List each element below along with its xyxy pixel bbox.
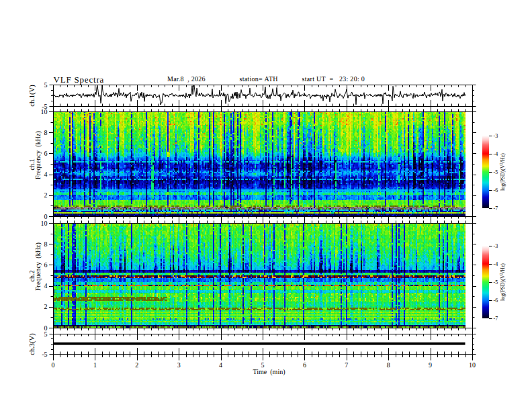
svg-text:-4: -4 — [494, 151, 498, 157]
svg-text:Frequency (kHz): Frequency (kHz) — [34, 131, 42, 179]
svg-text:6: 6 — [303, 361, 306, 369]
svg-text:Mar.8 , 2026: Mar.8 , 2026 — [167, 75, 206, 83]
svg-text:7: 7 — [345, 361, 348, 369]
svg-text:station= ATH: station= ATH — [240, 75, 278, 83]
svg-text:4: 4 — [219, 361, 222, 369]
svg-text:start UT = 23: 20: 0: start UT = 23: 20: 0 — [302, 75, 365, 83]
svg-text:log(PSD)(V2/Hz): log(PSD)(V2/Hz) — [499, 263, 506, 301]
svg-text:ch.3(V): ch.3(V) — [28, 333, 36, 355]
svg-text:10: 10 — [41, 220, 48, 227]
svg-text:-3: -3 — [494, 133, 498, 139]
svg-text:-7: -7 — [494, 316, 498, 322]
svg-text:-4: -4 — [494, 261, 498, 267]
svg-text:5: 5 — [44, 81, 48, 89]
svg-text:Time (min): Time (min) — [253, 368, 285, 376]
svg-text:4: 4 — [44, 171, 48, 178]
svg-text:10: 10 — [469, 361, 476, 369]
svg-text:10: 10 — [41, 108, 48, 116]
svg-text:-3: -3 — [494, 243, 498, 249]
svg-text:log(PSD)(V2/Hz): log(PSD)(V2/Hz) — [499, 153, 506, 191]
svg-text:1: 1 — [93, 361, 97, 369]
svg-text:VLF Spectra: VLF Spectra — [54, 75, 105, 85]
svg-text:8: 8 — [44, 240, 48, 248]
svg-text:2: 2 — [44, 303, 48, 310]
svg-text:Frequency (kHz): Frequency (kHz) — [34, 242, 42, 291]
svg-text:2: 2 — [135, 361, 138, 369]
svg-text:8: 8 — [387, 361, 390, 369]
svg-text:-6: -6 — [494, 298, 498, 304]
svg-text:0: 0 — [44, 324, 48, 332]
svg-text:0: 0 — [52, 361, 55, 369]
svg-text:4: 4 — [44, 282, 48, 289]
svg-text:6: 6 — [44, 150, 48, 157]
svg-text:9: 9 — [429, 361, 432, 369]
svg-text:-5: -5 — [494, 169, 498, 175]
svg-text:2: 2 — [44, 191, 48, 199]
svg-text:-6: -6 — [494, 187, 498, 193]
svg-text:ch.1(V): ch.1(V) — [28, 85, 36, 107]
svg-text:6: 6 — [44, 261, 48, 269]
svg-text:3: 3 — [177, 361, 181, 369]
svg-text:-7: -7 — [494, 205, 498, 212]
svg-text:-5: -5 — [494, 279, 498, 285]
svg-text:8: 8 — [44, 129, 48, 136]
svg-text:-5: -5 — [42, 351, 47, 358]
